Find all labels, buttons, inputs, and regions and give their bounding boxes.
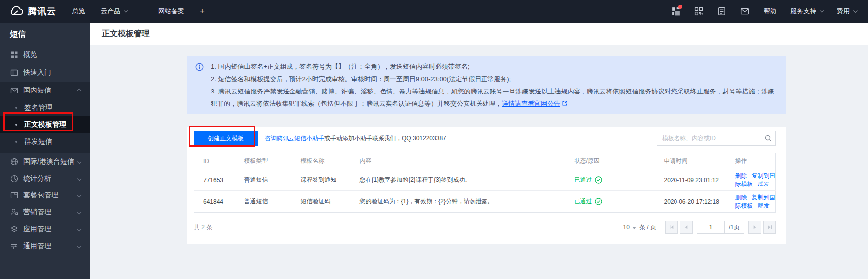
sidebar-item-bulk-sms[interactable]: 群发短信 — [0, 133, 90, 150]
nav-icp-filing[interactable]: 网站备案 — [158, 7, 184, 16]
chevron-down-icon — [632, 227, 636, 229]
top-navbar: 腾讯云 总览 云产品 网站备案 + — [0, 0, 868, 23]
chevron-down-icon — [820, 8, 824, 12]
cell-type: 普通短信 — [235, 169, 292, 191]
sidebar-item-label: 统计分析 — [23, 174, 51, 183]
chevron-down-icon — [853, 8, 857, 12]
globe-icon — [10, 158, 18, 166]
notice-line-1: 1. 国内短信由签名+正文组成，签名符号为【】（注：全角），发送短信内容时必须带… — [211, 60, 776, 73]
cell-status: 已通过 — [566, 191, 655, 213]
sidebar-item-label: 应用管理 — [23, 225, 51, 234]
chevron-down-icon — [77, 193, 81, 197]
cell-content: 您在{1}教室参加的{2}课程于{3}签到成功。 — [351, 169, 566, 191]
prev-page-button[interactable] — [680, 221, 693, 234]
bulk-send-link[interactable]: 群发 — [758, 181, 770, 187]
check-circle-icon — [595, 198, 602, 205]
search-box — [657, 131, 776, 146]
cloud-logo-icon — [9, 6, 24, 17]
mail-icon — [10, 87, 18, 94]
check-circle-icon — [595, 176, 602, 184]
sidebar-item-label: 营销管理 — [23, 208, 51, 217]
page-title: 正文模板管理 — [102, 29, 150, 39]
sidebar-item-label: 国内短信 — [23, 86, 51, 95]
sidebar-item-label: 签名管理 — [24, 103, 52, 112]
template-table: ID 模板类型 模板名称 内容 状态/原因 申请时间 操作 771653 普通短… — [194, 153, 776, 213]
col-actions: 操作 — [726, 153, 776, 169]
first-page-button[interactable] — [665, 221, 678, 234]
cell-actions: 删除复制到国际模板群发 — [726, 191, 776, 213]
search-input[interactable] — [657, 131, 776, 146]
cell-name: 课程签到通知 — [292, 169, 351, 191]
page-size-select[interactable]: 10 — [623, 224, 639, 231]
template-card: 创建正文模板 咨询腾讯云短信小助手或手动添加小助手联系我们，QQ:3012203… — [187, 127, 786, 244]
sidebar-item-domestic-sms[interactable]: 国内短信 — [0, 82, 90, 99]
toolbar: 创建正文模板 咨询腾讯云短信小助手或手动添加小助手联系我们，QQ:3012203… — [194, 131, 776, 146]
notice-banner: 1. 国内短信由签名+正文组成，签名符号为【】（注：全角），发送短信内容时必须带… — [187, 56, 786, 114]
notification-badge — [678, 5, 682, 9]
grid-icon — [10, 51, 18, 59]
nav-help[interactable]: 帮助 — [764, 7, 776, 16]
quickstart-icon — [10, 69, 18, 77]
col-id: ID — [194, 153, 235, 169]
delete-link[interactable]: 删除 — [735, 172, 747, 179]
main-content: 正文模板管理 1. 国内短信由签名+正文组成，签名符号为【】（注：全角），发送短… — [90, 23, 868, 279]
cell-status: 已通过 — [566, 169, 655, 191]
nav-overview[interactable]: 总览 — [72, 7, 85, 16]
sliders-icon — [10, 242, 18, 250]
sidebar-item-package-management[interactable]: 套餐包管理 — [0, 187, 90, 204]
nav-support-label: 服务支持 — [790, 7, 816, 16]
cell-actions: 删除复制到国际模板群发 — [726, 169, 776, 191]
bulk-send-link[interactable]: 群发 — [758, 202, 770, 209]
nav-support[interactable]: 服务支持 — [790, 7, 823, 16]
chevron-down-icon — [77, 244, 81, 248]
sidebar-group-domestic-sms: 国内短信 签名管理 正文模板管理 群发短信 — [0, 82, 90, 153]
sidebar-item-general-management[interactable]: 通用管理 — [0, 238, 90, 255]
next-page-button[interactable] — [748, 221, 761, 234]
search-icon[interactable] — [764, 134, 772, 142]
create-template-button[interactable]: 创建正文模板 — [194, 131, 258, 146]
last-page-button[interactable] — [763, 221, 776, 234]
total-count: 共 2 条 — [194, 223, 212, 232]
sidebar-item-signature-management[interactable]: 签名管理 — [0, 99, 90, 116]
sidebar-item-quickstart[interactable]: 快速入门 — [0, 64, 90, 82]
col-content: 内容 — [351, 153, 566, 169]
announcement-link[interactable]: 详情请查看官网公告 — [502, 100, 560, 107]
nav-billing[interactable]: 费用 — [837, 7, 856, 16]
chevron-down-icon — [77, 160, 81, 164]
current-page-input[interactable]: 1 — [697, 221, 725, 234]
sidebar-item-international-sms[interactable]: 国际/港澳台短信 — [0, 153, 90, 170]
chevron-down-icon — [77, 227, 81, 231]
sidebar: 短信 概览 快速入门 国内短信 签名管理 正文模板管理 群发短信 — [0, 23, 90, 279]
sidebar-item-application-management[interactable]: 应用管理 — [0, 221, 90, 238]
notice-line-3-text: 3. 腾讯云短信服务严禁发送金融营销、赌博、诈骗、淫秽、色情、暴力等违规信息，如… — [211, 88, 774, 107]
cell-apply-time: 2020-11-09 23:01:12 — [655, 169, 726, 191]
col-apply-time: 申请时间 — [655, 153, 726, 169]
person-icon — [10, 208, 18, 216]
qr-code-icon[interactable] — [694, 6, 704, 16]
document-icon[interactable] — [717, 6, 727, 16]
add-tab-button[interactable]: + — [200, 6, 205, 16]
nav-cloud-products[interactable]: 云产品 — [101, 7, 127, 16]
cell-apply-time: 2020-06-20 17:12:18 — [655, 191, 726, 213]
sidebar-title: 短信 — [0, 23, 90, 46]
status-badge: 已通过 — [575, 176, 655, 184]
console-grid-icon[interactable] — [671, 6, 681, 16]
sidebar-item-statistics[interactable]: 统计分析 — [0, 170, 90, 187]
table-row: 771653 普通短信 课程签到通知 您在{1}教室参加的{2}课程于{3}签到… — [194, 169, 776, 191]
sidebar-item-body-template-management[interactable]: 正文模板管理 — [0, 116, 90, 133]
total-pages-label: /1页 — [725, 221, 744, 234]
sidebar-item-overview[interactable]: 概览 — [0, 46, 90, 64]
table-row: 641844 普通短信 短信验证码 您的验证码为：{1}，有效期：{2}分钟，请… — [194, 191, 776, 213]
col-type: 模板类型 — [235, 153, 292, 169]
nav-cloud-products-label: 云产品 — [101, 7, 120, 16]
mail-icon[interactable] — [740, 6, 750, 16]
nav-billing-label: 费用 — [837, 7, 850, 16]
chevron-down-icon — [124, 8, 128, 12]
sidebar-item-marketing-management[interactable]: 营销管理 — [0, 204, 90, 221]
tencent-cloud-logo[interactable]: 腾讯云 — [9, 5, 56, 17]
sms-assistant-link[interactable]: 咨询腾讯云短信小助手 — [265, 135, 324, 142]
layers-icon — [10, 225, 18, 233]
sidebar-item-label: 套餐包管理 — [23, 191, 58, 200]
status-badge: 已通过 — [575, 197, 655, 206]
delete-link[interactable]: 删除 — [735, 194, 747, 201]
